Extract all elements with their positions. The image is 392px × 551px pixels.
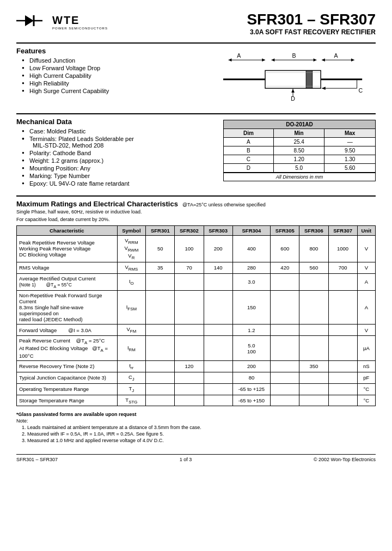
feature-item-4: High Reliability (22, 80, 212, 87)
sym-vrms: VRMS (117, 262, 146, 273)
val-vrrm-302: 100 (175, 236, 204, 262)
val-tj-304: -65 to +125 (232, 383, 271, 395)
val-irm-305 (271, 336, 299, 361)
table-row-io: Average Rectified Output Current (Note 1… (17, 273, 376, 291)
mechanical-hr (16, 113, 376, 114)
val-vfm-307 (328, 325, 357, 336)
unit-irm: μA (357, 336, 375, 361)
unit-vrms: V (357, 262, 375, 273)
mech-item-6: Marking: Type Number (22, 173, 212, 179)
val-vrms-305: 420 (271, 262, 299, 273)
note-2: 2. Measured with IF = 0.5A, IR = 1.0A, I… (16, 431, 376, 437)
mech-item-2: ● Terminals: Plated Leads Solderable per… (22, 136, 212, 149)
table-row-ifsm: Non-Repetitive Peak Forward Surge Curren… (17, 291, 376, 325)
val-trr-307 (328, 360, 357, 372)
char-tj: Operating Temperature Range (17, 383, 118, 395)
unit-trr: nS (357, 360, 375, 372)
val-cj-307 (328, 372, 357, 383)
product-title-block: SFR301 – SFR307 3.0A SOFT FAST RECOVERY … (247, 11, 376, 36)
svg-marker-28 (322, 87, 326, 90)
val-vrrm-306: 800 (299, 236, 328, 262)
col-sfr306: SFR306 (299, 226, 328, 236)
company-logo: WTE POWER SEMICONDUCTORS (16, 11, 108, 33)
val-ifsm-307 (328, 291, 357, 325)
val-tstg-303 (204, 395, 232, 406)
char-irm: Peak Reverse Current @TA = 25°C At Rated… (17, 336, 118, 361)
dim-table-title: DO-201AD (224, 120, 376, 129)
product-subtitle: 3.0A SOFT FAST RECOVERY RECTIFIER (247, 28, 376, 36)
col-characteristic: Characteristic (17, 226, 118, 236)
svg-text:A: A (334, 52, 339, 59)
val-ifsm-303 (204, 291, 232, 325)
val-irm-306 (299, 336, 328, 361)
char-trr: Reverse Recovery Time (Note 2) (17, 360, 118, 372)
mechanical-columns: Mechanical Data Case: Molded Plastic ● T… (16, 118, 376, 188)
col-sfr307: SFR307 (328, 226, 357, 236)
dim-col-dim: Dim (224, 129, 274, 138)
svg-marker-14 (322, 58, 325, 62)
val-io-303 (204, 273, 232, 291)
sym-tstg: TSTG (117, 395, 146, 406)
val-trr-306: 350 (299, 360, 328, 372)
unit-vrrm: V (357, 236, 375, 262)
logo-subtitle: POWER SEMICONDUCTORS (52, 27, 108, 30)
dim-row-D: D 5.0 5.60 (224, 164, 376, 173)
val-ifsm-306 (299, 291, 328, 325)
sym-vrrm: VRRMVRWMVR (117, 236, 146, 262)
sym-ifsm: IFSM (117, 291, 146, 325)
col-sfr304: SFR304 (232, 226, 271, 236)
mech-item-4: Weight: 1.2 grams (approx.) (22, 157, 212, 164)
char-tstg: Storage Temperature Range (17, 395, 118, 406)
val-tstg-304: -65 to +150 (232, 395, 271, 406)
col-sfr303: SFR303 (204, 226, 232, 236)
note-1: 1. Leads maintained at ambient temperatu… (16, 425, 376, 430)
char-vfm: Forward Voltage @I = 3.0A (17, 325, 118, 336)
val-irm-303 (204, 336, 232, 361)
note-3: 3. Measured at 1.0 MHz and applied rever… (16, 438, 376, 443)
val-io-301 (146, 273, 175, 291)
val-io-306 (299, 273, 328, 291)
condition1: Single Phase, half wave, 60Hz, resistive… (16, 209, 376, 215)
table-row-vrms: RMS Voltage VRMS 35 70 140 280 420 560 7… (17, 262, 376, 273)
val-vrrm-305: 600 (271, 236, 299, 262)
mech-item-1: Case: Molded Plastic (22, 128, 212, 134)
mechanical-left: Mechanical Data Case: Molded Plastic ● T… (16, 118, 212, 188)
svg-marker-24 (291, 89, 295, 93)
col-symbol: Symbol (117, 226, 146, 236)
mechanical-list: Case: Molded Plastic ● Terminals: Plated… (16, 128, 212, 187)
val-ifsm-302 (175, 291, 204, 325)
unit-cj: pF (357, 372, 375, 383)
mech-item-7: Epoxy: UL 94V-O rate flame retardant (22, 180, 212, 187)
char-cj: Typical Junction Capacitance (Note 3) (17, 372, 118, 383)
max-ratings-hr (16, 195, 376, 197)
footer-left: SFR301 – SFR307 (16, 457, 58, 462)
val-vrrm-307: 1000 (328, 236, 357, 262)
val-cj-304: 80 (232, 372, 271, 383)
val-tstg-302 (175, 395, 204, 406)
max-ratings-header: Maximum Ratings and Electrical Character… (16, 200, 376, 208)
dim-row-C: C 1.20 1.30 (224, 155, 376, 164)
sym-irm: IRM (117, 336, 146, 361)
val-trr-302: 120 (175, 360, 204, 372)
note-prefix: Note: (16, 418, 376, 424)
electrical-characteristics-table: Characteristic Symbol SFR301 SFR302 SFR3… (16, 225, 376, 406)
val-vrms-302: 70 (175, 262, 204, 273)
val-vfm-302 (175, 325, 204, 336)
product-title: SFR301 – SFR307 (247, 11, 376, 28)
max-ratings-note: @TA=25°C unless otherwise specified (182, 202, 266, 207)
mechanical-section: Mechanical Data Case: Molded Plastic ● T… (16, 113, 376, 188)
val-trr-305 (271, 360, 299, 372)
footer-center: 1 of 3 (180, 457, 192, 462)
table-row-irm: Peak Reverse Current @TA = 25°C At Rated… (17, 336, 376, 361)
val-ifsm-304: 150 (232, 291, 271, 325)
val-cj-305 (271, 372, 299, 383)
unit-vfm: V (357, 325, 375, 336)
mech-item-3: Polarity: Cathode Band (22, 150, 212, 156)
val-io-307 (328, 273, 357, 291)
table-row-trr: Reverse Recovery Time (Note 2) trr 120 2… (17, 360, 376, 372)
val-vrms-304: 280 (232, 262, 271, 273)
val-tstg-307 (328, 395, 357, 406)
val-vfm-306 (299, 325, 328, 336)
val-vfm-303 (204, 325, 232, 336)
dim-row-B: B 8.50 9.50 (224, 146, 376, 155)
